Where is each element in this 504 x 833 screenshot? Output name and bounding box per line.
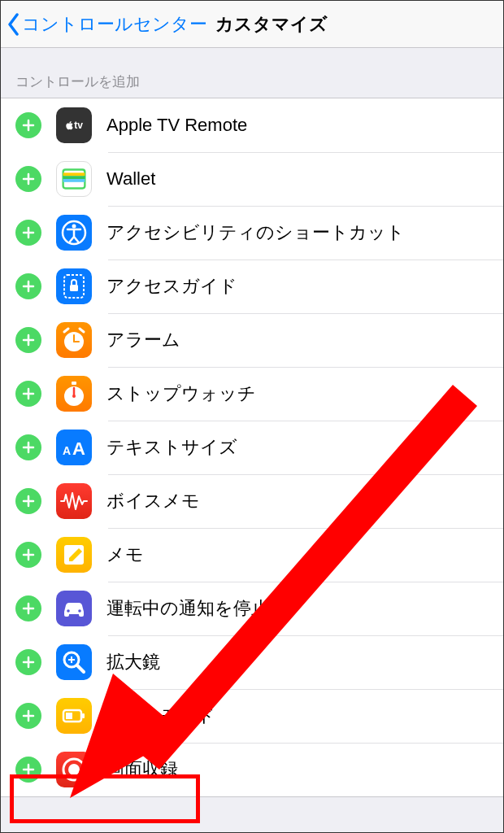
row-label: メモ <box>106 543 144 567</box>
svg-rect-7 <box>63 179 85 182</box>
add-button[interactable] <box>15 327 41 353</box>
row-label: アラーム <box>106 328 180 352</box>
row-label: ストップウォッチ <box>106 382 256 406</box>
row-wallet[interactable]: Wallet <box>1 152 503 206</box>
row-text-size[interactable]: AA テキストサイズ <box>1 421 503 474</box>
navbar: コントロールセンター カスタマイズ <box>1 1 503 48</box>
row-screen-recording[interactable]: 画面収録 <box>1 743 503 796</box>
row-do-not-disturb-driving[interactable]: 運転中の通知を停止 <box>1 582 503 635</box>
row-label: 画面収録 <box>106 757 178 782</box>
svg-rect-5 <box>63 172 85 176</box>
row-apple-tv-remote[interactable]: tv Apple TV Remote <box>1 98 503 152</box>
svg-point-27 <box>72 395 76 398</box>
svg-rect-51 <box>66 713 72 719</box>
row-label: アクセスガイド <box>106 274 237 299</box>
svg-text:A: A <box>72 438 85 459</box>
row-stopwatch[interactable]: ストップウォッチ <box>1 367 503 421</box>
row-label: 運転中の通知を停止 <box>106 596 269 621</box>
row-label: テキストサイズ <box>106 435 237 460</box>
svg-point-39 <box>67 609 70 613</box>
back-chevron-icon[interactable] <box>7 13 20 36</box>
add-button[interactable] <box>15 649 41 675</box>
alarm-clock-icon <box>56 322 92 358</box>
add-button[interactable] <box>15 488 41 514</box>
add-button[interactable] <box>15 273 41 299</box>
add-button[interactable] <box>15 434 41 460</box>
magnifier-icon <box>56 644 92 680</box>
accessibility-icon <box>56 215 92 251</box>
svg-point-40 <box>78 609 81 613</box>
car-icon <box>56 591 92 626</box>
stopwatch-icon <box>56 376 92 412</box>
text-size-icon: AA <box>56 430 92 465</box>
svg-text:A: A <box>63 444 71 457</box>
add-button[interactable] <box>15 595 41 621</box>
back-button-label[interactable]: コントロールセンター <box>22 12 207 37</box>
add-button[interactable] <box>15 703 41 729</box>
voice-memo-icon <box>56 483 92 519</box>
add-button[interactable] <box>15 757 41 783</box>
row-label: Apple TV Remote <box>106 115 247 136</box>
row-label: アクセシビリティのショートカット <box>106 220 405 245</box>
svg-point-11 <box>72 225 76 229</box>
row-accessibility-shortcut[interactable]: アクセシビリティのショートカット <box>1 206 503 259</box>
svg-line-44 <box>77 665 84 672</box>
add-button[interactable] <box>15 112 41 138</box>
add-button[interactable] <box>15 381 41 407</box>
svg-rect-25 <box>72 382 76 385</box>
row-notes[interactable]: メモ <box>1 528 503 582</box>
section-header-more-controls: コントロールを追加 <box>1 48 503 98</box>
row-low-power-mode[interactable]: 低電力モード <box>1 689 503 743</box>
row-voice-memos[interactable]: ボイスメモ <box>1 474 503 528</box>
row-label: 低電力モード <box>106 704 215 728</box>
svg-rect-15 <box>70 285 78 291</box>
svg-point-55 <box>68 764 80 775</box>
screen-recording-icon <box>56 752 92 787</box>
svg-rect-50 <box>82 713 85 718</box>
page-title: カスタマイズ <box>215 12 328 37</box>
add-button[interactable] <box>15 220 41 246</box>
row-guided-access[interactable]: アクセスガイド <box>1 259 503 313</box>
wallet-icon <box>56 161 92 197</box>
row-label: Wallet <box>106 168 155 190</box>
apple-tv-icon: tv <box>56 107 92 143</box>
battery-icon <box>56 698 92 734</box>
row-label: 拡大鏡 <box>106 650 160 674</box>
guided-access-icon <box>56 268 92 304</box>
row-magnifier[interactable]: 拡大鏡 <box>1 635 503 689</box>
svg-rect-6 <box>63 176 85 179</box>
add-button[interactable] <box>15 166 41 192</box>
row-alarm[interactable]: アラーム <box>1 313 503 367</box>
notes-icon <box>56 537 92 573</box>
row-label: ボイスメモ <box>106 489 200 513</box>
controls-list: tv Apple TV Remote Wallet アクセシビリティのショートカ… <box>1 98 503 797</box>
add-button[interactable] <box>15 542 41 568</box>
